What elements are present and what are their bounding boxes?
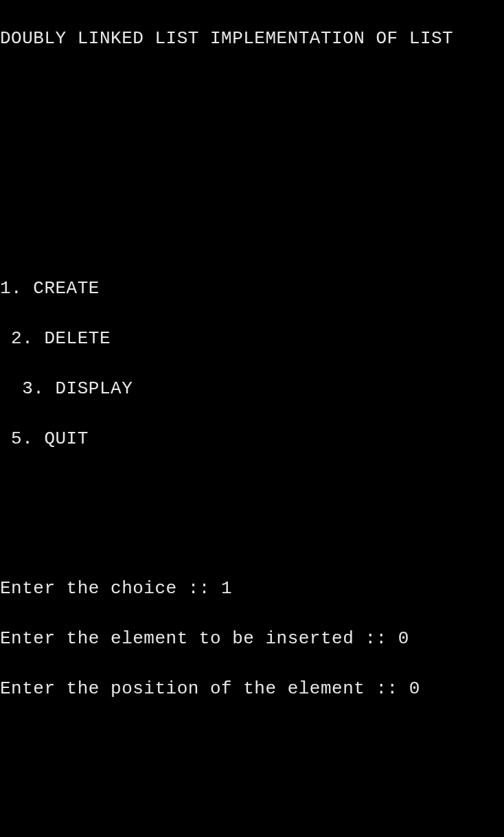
prompt-line: Enter the element to be inserted :: 0 <box>0 626 504 651</box>
menu-item-display: 3. DISPLAY <box>0 376 504 401</box>
title-line: DOUBLY LINKED LIST IMPLEMENTATION OF LIS… <box>0 26 504 51</box>
terminal-output[interactable]: DOUBLY LINKED LIST IMPLEMENTATION OF LIS… <box>0 1 504 837</box>
blank-line <box>0 176 504 201</box>
blank-line <box>0 227 504 251</box>
menu-item-delete: 2. DELETE <box>0 326 504 351</box>
element-input: 0 <box>398 628 409 649</box>
choice-input: 1 <box>221 578 232 599</box>
element-prompt: Enter the element to be inserted :: <box>0 628 398 649</box>
blank-line <box>0 776 504 801</box>
prompt-line: Enter the choice :: 1 <box>0 576 504 601</box>
menu-item-quit: 5. QUIT <box>0 426 504 451</box>
blank-line <box>0 526 504 551</box>
prompt-line: Enter the position of the element :: 0 <box>0 676 504 701</box>
menu-item-create: 1. CREATE <box>0 276 504 301</box>
position-prompt: Enter the position of the element :: <box>0 678 409 699</box>
blank-line <box>0 726 504 750</box>
choice-prompt: Enter the choice :: <box>0 578 221 599</box>
blank-line <box>0 476 504 501</box>
blank-line <box>0 826 504 837</box>
blank-line <box>0 126 504 151</box>
blank-line <box>0 76 504 101</box>
position-input: 0 <box>409 678 420 699</box>
